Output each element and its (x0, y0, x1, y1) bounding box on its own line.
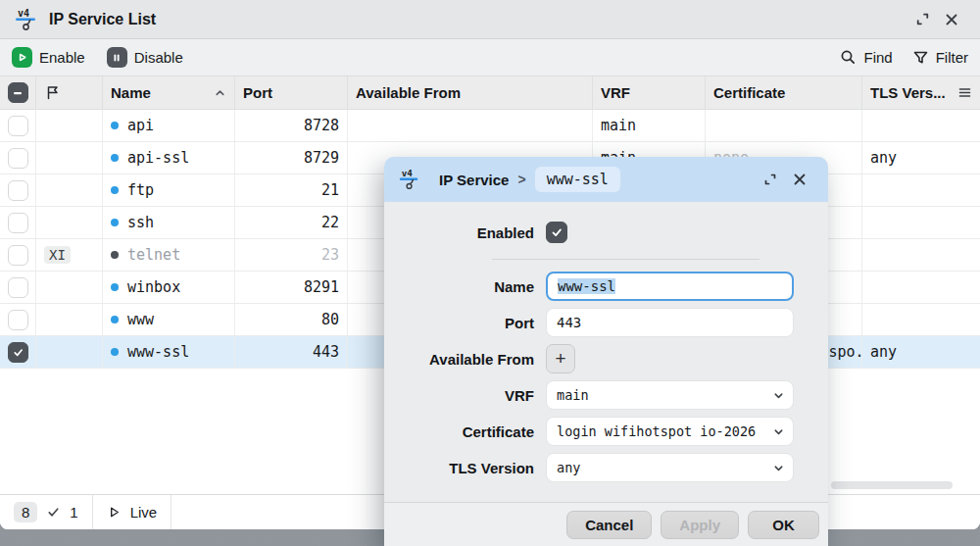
row-checkbox[interactable] (8, 342, 28, 363)
ip-service-icon: v4 (14, 7, 39, 32)
service-name: api (127, 117, 154, 134)
maximize-icon (914, 11, 931, 27)
row-checkbox[interactable] (8, 116, 28, 136)
status-bullet-icon (111, 186, 119, 194)
dialog-maximize-button[interactable] (756, 166, 785, 193)
dialog-body: Enabled Name www-ssl Port 443 (384, 202, 828, 482)
enable-button[interactable]: Enable (12, 47, 85, 68)
column-header-certificate[interactable]: Certificate (706, 76, 862, 109)
maximize-icon (762, 172, 778, 187)
enabled-label: Enabled (384, 224, 534, 241)
check-icon (12, 346, 24, 359)
filter-icon (912, 49, 929, 66)
service-port: 80 (321, 311, 339, 328)
toolbar: Enable Disable Find (0, 39, 980, 76)
chevron-down-icon (772, 389, 785, 402)
row-flags-cell (36, 336, 103, 368)
column-header-name[interactable]: Name (103, 76, 235, 109)
row-checkbox[interactable] (8, 213, 28, 233)
row-checkbox[interactable] (8, 245, 28, 266)
row-name-cell: api-ssl (103, 142, 235, 174)
row-flags-cell (36, 304, 103, 335)
column-header-vrf[interactable]: VRF (593, 76, 706, 109)
column-header-port[interactable]: Port (235, 76, 348, 109)
table-header: Name Port Available From VRF Certificate… (0, 76, 980, 110)
find-button[interactable]: Find (840, 49, 892, 66)
tls: any (870, 343, 897, 361)
vrf-select[interactable]: main (546, 380, 794, 410)
column-settings-icon[interactable] (957, 85, 972, 100)
row-tls-cell (862, 110, 980, 141)
dialog-close-button[interactable] (785, 166, 814, 193)
close-icon (792, 172, 808, 187)
row-tls-cell (862, 304, 980, 335)
enable-label: Enable (39, 49, 85, 66)
row-port-cell: 8291 (235, 272, 348, 303)
row-checkbox[interactable] (8, 180, 28, 201)
status-bullet-icon (111, 219, 119, 226)
enabled-checkbox[interactable] (546, 222, 567, 243)
play-icon (12, 47, 32, 68)
dialog-footer: Cancel Apply OK (384, 502, 828, 546)
row-port-cell: 8729 (235, 142, 348, 174)
service-name: ssh (127, 214, 154, 231)
row-tls-cell (862, 174, 980, 206)
selected-check-icon (46, 505, 61, 520)
service-port: 8728 (304, 117, 339, 134)
chevron-down-icon (772, 425, 785, 438)
row-port-cell: 443 (235, 336, 348, 368)
select-all-checkbox[interactable] (0, 76, 36, 109)
row-checkbox[interactable] (8, 277, 28, 298)
row-available-from-cell (348, 110, 593, 141)
screen: v4 IP Service List (0, 0, 980, 546)
port-column-label: Port (243, 84, 272, 101)
column-header-tls[interactable]: TLS Vers... (862, 76, 980, 109)
row-name-cell: ftp (103, 174, 235, 206)
apply-button[interactable]: Apply (661, 511, 739, 539)
live-toggle[interactable]: Live (93, 495, 172, 529)
status-bullet-icon (111, 122, 119, 129)
row-checkbox[interactable] (8, 310, 28, 330)
row-name-cell: ssh (103, 207, 235, 238)
port-label: Port (384, 315, 534, 331)
maximize-button[interactable] (907, 6, 937, 33)
service-name: telnet (127, 246, 180, 264)
row-port-cell: 22 (235, 207, 348, 238)
certificate-select[interactable]: login_wifihotspot_io-2026 (546, 417, 794, 446)
certificate-column-label: Certificate (713, 84, 785, 101)
filter-label: Filter (936, 49, 968, 66)
port-input[interactable]: 443 (546, 308, 794, 337)
row-checkbox[interactable] (8, 148, 28, 169)
dialog-titlebar: v4 IP Service > www-ssl (384, 157, 828, 202)
dialog-item-name: www-ssl (535, 167, 620, 192)
filter-button[interactable]: Filter (912, 49, 968, 66)
add-available-from-button[interactable]: + (546, 344, 575, 373)
pause-icon (107, 47, 127, 68)
row-checkbox-cell (0, 336, 36, 368)
tls-version-select[interactable]: any (546, 453, 794, 482)
disable-label: Disable (134, 49, 183, 66)
column-header-available-from[interactable]: Available From (348, 76, 593, 109)
status-bullet-icon (111, 348, 119, 356)
cancel-button[interactable]: Cancel (566, 511, 652, 539)
service-name: www-ssl (127, 343, 189, 361)
ok-button[interactable]: OK (748, 511, 819, 539)
find-label: Find (863, 49, 892, 66)
flag-icon (44, 84, 61, 101)
status-bullet-icon (111, 251, 119, 259)
disable-button[interactable]: Disable (107, 47, 183, 68)
row-checkbox-cell (0, 174, 36, 206)
vrf: main (601, 117, 636, 134)
breadcrumb-separator: > (517, 172, 525, 187)
name-input[interactable]: www-ssl (546, 272, 794, 301)
status-bullet-icon (111, 316, 119, 323)
table-row[interactable]: api8728main (0, 110, 980, 142)
indeterminate-checkbox-icon (8, 82, 28, 103)
service-port: 21 (321, 181, 339, 199)
close-button[interactable] (937, 6, 966, 33)
column-header-flags[interactable] (36, 76, 103, 109)
status-bullet-icon (111, 154, 119, 162)
service-port: 8291 (304, 278, 339, 296)
horizontal-scrollbar[interactable] (831, 481, 953, 489)
row-name-cell: api (103, 110, 235, 141)
